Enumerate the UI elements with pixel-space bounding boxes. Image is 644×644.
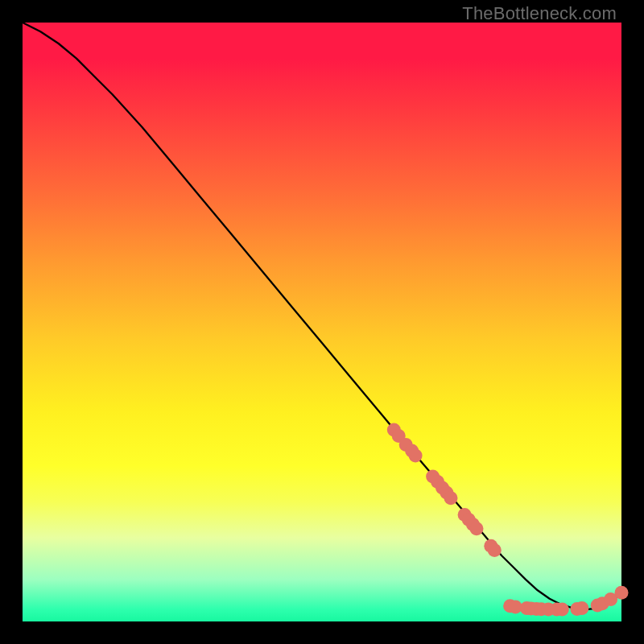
data-point <box>555 603 569 617</box>
chart-canvas <box>23 23 621 621</box>
data-points-group <box>387 423 629 616</box>
bottleneck-curve-path <box>23 23 621 609</box>
data-point <box>615 586 629 600</box>
data-point <box>470 522 484 535</box>
chart-svg <box>23 23 621 621</box>
data-point <box>488 543 502 557</box>
data-point <box>575 601 588 615</box>
data-point <box>444 491 458 505</box>
watermark-text: TheBottleneck.com <box>462 3 617 24</box>
data-point <box>409 448 423 462</box>
